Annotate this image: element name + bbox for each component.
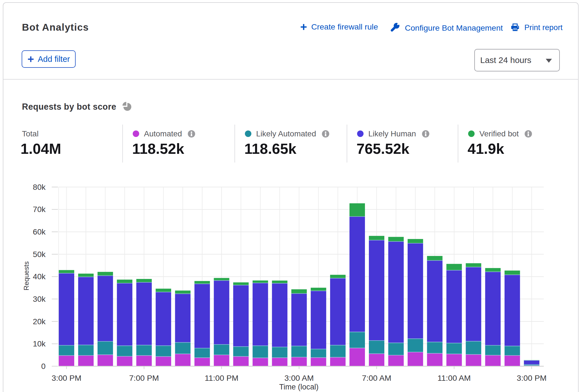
svg-text:0: 0	[41, 362, 46, 371]
svg-text:7:00 AM: 7:00 AM	[362, 373, 391, 382]
svg-text:Time (local): Time (local)	[279, 383, 319, 391]
svg-text:80k: 80k	[33, 183, 46, 192]
svg-text:10k: 10k	[33, 339, 46, 348]
svg-text:Requests: Requests	[22, 261, 30, 290]
svg-text:30k: 30k	[33, 295, 46, 303]
svg-text:50k: 50k	[33, 250, 46, 259]
svg-text:20k: 20k	[33, 317, 46, 326]
svg-text:3:00 AM: 3:00 AM	[284, 373, 314, 382]
svg-text:11:00 AM: 11:00 AM	[437, 373, 471, 382]
svg-text:40k: 40k	[33, 272, 46, 281]
svg-text:3:00 PM: 3:00 PM	[517, 373, 547, 382]
svg-text:7:00 PM: 7:00 PM	[129, 373, 159, 382]
svg-text:3:00 PM: 3:00 PM	[51, 373, 81, 382]
svg-text:60k: 60k	[33, 227, 46, 236]
svg-text:70k: 70k	[33, 205, 46, 214]
svg-text:11:00 PM: 11:00 PM	[205, 373, 238, 382]
